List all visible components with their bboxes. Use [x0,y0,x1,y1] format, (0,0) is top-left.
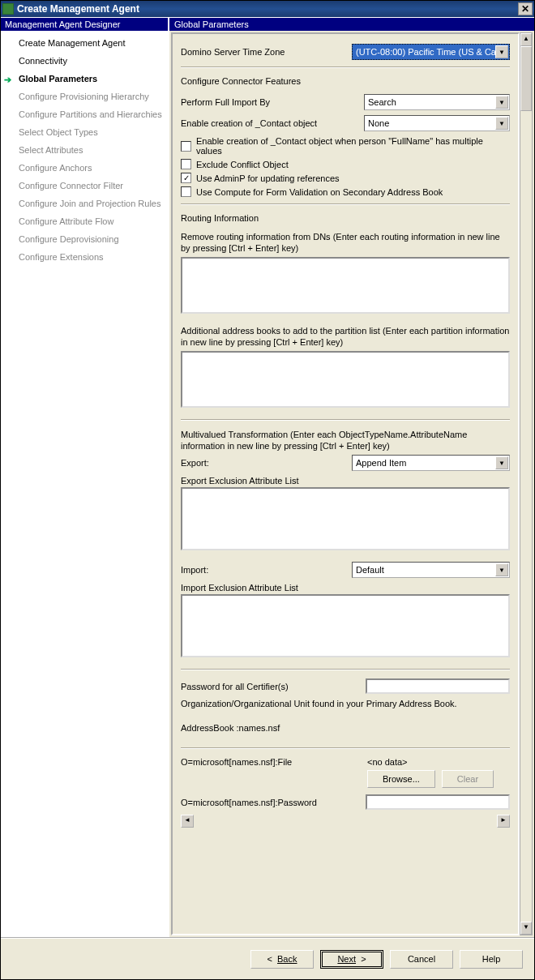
wizard-step-label: Connectivity [19,56,67,66]
horizontal-scrollbar[interactable]: ◄ ► [181,815,510,828]
wizard-step[interactable]: ➔Global Parameters [1,70,168,88]
window-title: Create Management Agent [17,3,139,15]
dialog: Create Management Agent ✕ Management Age… [0,0,535,980]
wizard-step[interactable]: Configure Extensions [1,248,168,266]
import-by-label: Perform Full Import By [181,97,359,107]
addressbook-text: AddressBook :names.nsf [181,723,510,733]
checkbox-icon[interactable] [181,186,191,197]
timezone-label: Domino Server Time Zone [181,47,347,57]
multival-help: Multivalued Transformation (Enter each O… [181,429,510,451]
features-title: Configure Connector Features [181,76,510,86]
next-button[interactable]: Next > [320,950,383,969]
chevron-down-icon[interactable]: ▼ [495,45,508,58]
import-by-dropdown[interactable]: Search ▼ [364,94,510,110]
routing-textarea[interactable] [181,257,510,314]
titlebar: Create Management Agent ✕ [1,1,534,17]
scroll-up-icon[interactable]: ▲ [520,33,532,46]
help-button[interactable]: Help [460,950,523,969]
certifier-password-input[interactable] [366,678,510,694]
wizard-buttons: < Back Next > Cancel Help [1,937,534,979]
wizard-step[interactable]: Select Attributes [1,141,168,159]
wizard-steps: Create Management AgentConnectivity➔Glob… [1,31,168,937]
file-password-label: O=microsoft[names.nsf]:Password [181,798,357,807]
routing-help: Remove routing information from DNs (Ent… [181,231,510,254]
chevron-down-icon[interactable]: ▼ [495,456,508,469]
wizard-step-label: Configure Partitions and Hierarchies [19,109,162,119]
timezone-dropdown[interactable]: (UTC-08:00) Pacific Time (US & Can ▼ [352,44,510,60]
wizard-step[interactable]: Configure Connector Filter [1,177,168,195]
export-exclusion-textarea[interactable] [181,487,510,550]
export-label: Export: [181,458,347,468]
main-panel: Global Parameters Domino Server Time Zon… [169,18,534,937]
export-exclusion-label: Export Exclusion Attribute List [181,476,510,486]
sidebar-header: Management Agent Designer [1,18,168,31]
wizard-step-label: Configure Join and Projection Rules [19,199,161,208]
close-icon[interactable]: ✕ [518,2,533,15]
back-button[interactable]: < Back [250,950,314,969]
wizard-step[interactable]: Create Management Agent [1,34,168,52]
scroll-down-icon[interactable]: ▼ [520,922,532,935]
browse-button[interactable]: Browse... [367,770,435,788]
checkbox-exclude-conflict[interactable]: Exclude Conflict Object [181,159,510,169]
export-dropdown[interactable]: Append Item ▼ [352,455,510,471]
wizard-step[interactable]: Configure Deprovisioning [1,230,168,248]
arrow-icon: ➔ [4,72,11,87]
file-password-input[interactable] [366,794,510,810]
wizard-step-label: Configure Anchors [19,163,92,173]
wizard-step-label: Global Parameters [19,74,97,83]
wizard-step[interactable]: Configure Provisioning Hierarchy [1,88,168,105]
vertical-scrollbar[interactable]: ▲ ▼ [520,32,533,935]
wizard-step-label: Configure Connector Filter [19,181,123,190]
checkbox-icon[interactable]: ✓ [181,173,191,183]
sidebar: Management Agent Designer Create Managem… [1,18,169,937]
wizard-step-label: Create Management Agent [19,38,125,48]
checkbox-use-compute[interactable]: Use Compute for Form Validation on Secon… [181,186,510,197]
wizard-step-label: Select Attributes [19,145,83,155]
checkbox-icon[interactable] [181,159,191,169]
certifier-password-label: Password for all Certifier(s) [181,682,357,691]
checkbox-use-adminp[interactable]: ✓ Use AdminP for updating references [181,173,510,183]
wizard-step[interactable]: Configure Attribute Flow [1,212,168,230]
page-header: Global Parameters [169,18,534,31]
chevron-down-icon[interactable]: ▼ [495,117,508,130]
content-area: Domino Server Time Zone (UTC-08:00) Paci… [171,32,520,935]
wizard-step-label: Select Object Types [19,127,98,137]
wizard-step-label: Configure Provisioning Hierarchy [19,92,149,101]
import-label: Import: [181,565,347,575]
chevron-down-icon[interactable]: ▼ [495,96,508,109]
file-label: O=microsoft[names.nsf]:File [181,757,359,767]
enable-contact-dropdown[interactable]: None ▼ [364,115,510,131]
routing-title: Routing Information [181,213,510,223]
wizard-step[interactable]: Select Object Types [1,123,168,141]
import-dropdown[interactable]: Default ▼ [352,562,510,578]
cancel-button[interactable]: Cancel [390,950,453,969]
chevron-down-icon[interactable]: ▼ [495,563,508,576]
enable-contact-label: Enable creation of _Contact object [181,118,359,128]
wizard-step[interactable]: Configure Anchors [1,159,168,177]
clear-button[interactable]: Clear [442,770,494,788]
wizard-step-label: Configure Deprovisioning [19,234,119,244]
wizard-step-label: Configure Extensions [19,252,104,262]
checkbox-icon[interactable] [181,141,191,152]
org-info-text: Organization/Organizational Unit found i… [181,699,510,708]
wizard-step-label: Configure Attribute Flow [19,216,113,226]
wizard-step[interactable]: Configure Partitions and Hierarchies [1,105,168,123]
addrbook-help: Additional address books to add to the p… [181,325,510,348]
wizard-step[interactable]: Configure Join and Projection Rules [1,195,168,212]
import-exclusion-textarea[interactable] [181,594,510,657]
app-icon [2,3,14,15]
checkbox-enable-contact-fullname[interactable]: Enable creation of _Contact object when … [181,136,510,156]
file-value: <no data> [367,757,456,767]
wizard-step[interactable]: Connectivity [1,52,168,70]
addrbook-textarea[interactable] [181,351,510,408]
scroll-right-icon[interactable]: ► [497,815,510,828]
scroll-left-icon[interactable]: ◄ [181,815,194,828]
import-exclusion-label: Import Exclusion Attribute List [181,583,510,593]
